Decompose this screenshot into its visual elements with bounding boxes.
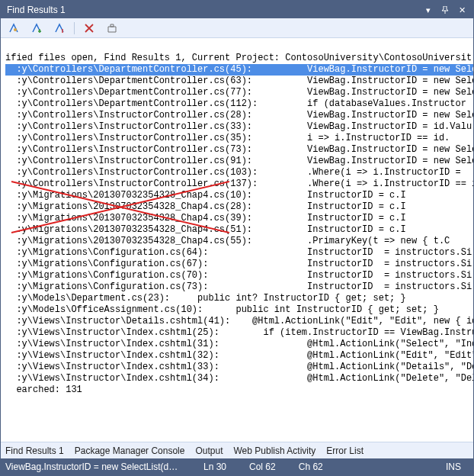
result-line[interactable]: :y\Controllers\InstructorController.cs(3… <box>5 121 473 133</box>
result-line[interactable]: :y\Views\Instructor\Index.cshtml(32): @H… <box>5 350 473 362</box>
result-line[interactable]: :y\Migrations\201307032354328_Chap4.cs(3… <box>5 213 473 224</box>
tab-error-list[interactable]: Error List <box>326 445 364 456</box>
tab-output[interactable]: Output <box>195 445 223 456</box>
result-line[interactable]: :y\Controllers\InstructorController.cs(9… <box>5 156 473 167</box>
result-line[interactable]: :y\Migrations\201307032354328_Chap4.cs(5… <box>5 224 473 236</box>
result-line[interactable]: :y\Views\Instructor\Index.cshtml(34): @H… <box>5 373 473 384</box>
result-line[interactable]: :y\Views\Instructor\Index.cshtml(31): @H… <box>5 339 473 350</box>
result-line[interactable]: :y\Controllers\InstructorController.cs(7… <box>5 144 473 156</box>
statusbar: ViewBag.InstructorID = new SelectList(db… <box>1 458 473 475</box>
tab-find-results[interactable]: Find Results 1 <box>5 445 64 456</box>
result-line[interactable]: :y\Views\Instructor\Details.cshtml(41): … <box>5 316 473 327</box>
dropdown-icon[interactable]: ▾ <box>420 3 437 17</box>
status-col: Col 62 <box>249 462 276 472</box>
results-footer: earched: 131 <box>5 384 473 396</box>
result-line[interactable]: :y\Migrations\Configuration.cs(64): Inst… <box>5 247 473 259</box>
toolbar-separator <box>74 22 75 34</box>
result-line[interactable]: :y\Controllers\DepartmentController.cs(1… <box>5 98 473 110</box>
result-line[interactable]: :y\Controllers\InstructorController.cs(1… <box>5 167 473 178</box>
next-location-button[interactable] <box>51 20 68 37</box>
clear-all-button[interactable] <box>104 20 120 37</box>
pin-icon[interactable] <box>437 3 453 17</box>
results-header: ified files open, Find Results 1, Curren… <box>5 53 473 64</box>
result-line[interactable]: :y\Controllers\InstructorController.cs(1… <box>5 178 473 190</box>
result-line[interactable]: :y\Controllers\InstructorController.cs(3… <box>5 133 473 144</box>
result-line[interactable]: :y\Migrations\201307032354328_Chap4.cs(5… <box>5 236 473 247</box>
result-line[interactable]: :y\Migrations\201307032354328_Chap4.cs(2… <box>5 201 473 213</box>
window-title: Find Results 1 <box>7 5 420 15</box>
result-line[interactable]: :y\Views\Instructor\Index.cshtml(33): @H… <box>5 362 473 373</box>
prev-location-button[interactable] <box>28 20 45 37</box>
close-icon[interactable]: ✕ <box>453 3 470 17</box>
result-line[interactable]: :y\Migrations\Configuration.cs(67): Inst… <box>5 259 473 270</box>
results-pane[interactable]: ified files open, Find Results 1, Curren… <box>1 38 473 442</box>
result-line[interactable]: :y\Controllers\InstructorController.cs(2… <box>5 110 473 121</box>
result-line[interactable]: :y\Migrations\201307032354328_Chap4.cs(1… <box>5 190 473 201</box>
toolbar <box>1 18 473 38</box>
result-line[interactable]: :y\Models\OfficeAssignment.cs(10): publi… <box>5 304 473 316</box>
titlebar: Find Results 1 ▾ ✕ <box>1 2 473 18</box>
result-line[interactable]: :y\Models\Department.cs(23): public int?… <box>5 293 473 304</box>
status-ch: Ch 62 <box>299 462 323 472</box>
bottom-tabs: Find Results 1 Package Manager Console O… <box>1 442 473 458</box>
result-line[interactable]: :y\Controllers\DepartmentController.cs(4… <box>5 64 473 76</box>
result-line[interactable]: :y\Views\Instructor\Index.cshtml(25): if… <box>5 327 473 339</box>
goto-location-button[interactable] <box>5 20 22 37</box>
status-line: Ln 30 <box>203 462 226 472</box>
result-line[interactable]: :y\Migrations\Configuration.cs(73): Inst… <box>5 281 473 293</box>
result-line[interactable]: :y\Controllers\DepartmentController.cs(6… <box>5 76 473 87</box>
stop-button[interactable] <box>81 20 98 37</box>
result-line[interactable]: :y\Migrations\Configuration.cs(70): Inst… <box>5 270 473 281</box>
tab-web-publish[interactable]: Web Publish Activity <box>234 445 316 456</box>
tab-package-manager[interactable]: Package Manager Console <box>75 445 185 456</box>
svg-point-0 <box>14 28 17 31</box>
status-message: ViewBag.InstructorID = new SelectList(db… <box>5 462 181 472</box>
status-ins: INS <box>446 462 461 472</box>
result-line[interactable]: :y\Controllers\DepartmentController.cs(7… <box>5 87 473 98</box>
